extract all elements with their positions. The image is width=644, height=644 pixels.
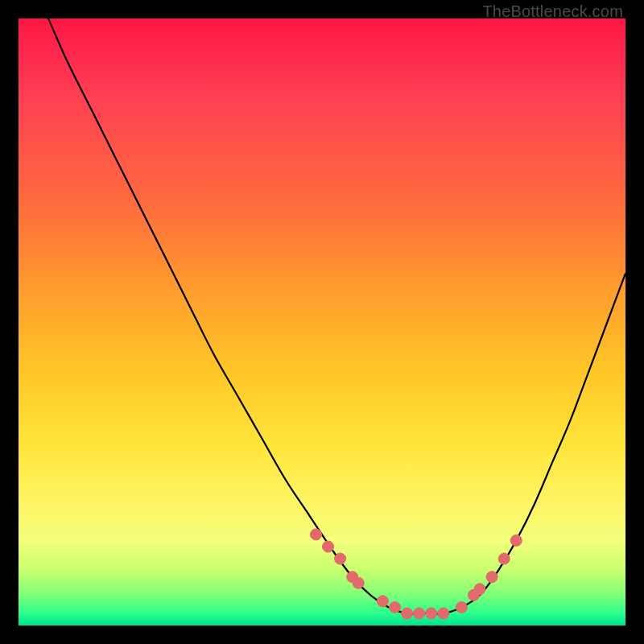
data-marker <box>498 553 510 564</box>
curve-layer <box>19 19 625 625</box>
data-marker <box>323 541 334 552</box>
marker-group <box>311 529 522 619</box>
data-marker <box>426 608 437 619</box>
data-marker <box>377 596 388 607</box>
data-marker <box>402 608 413 619</box>
plot-area <box>19 19 625 625</box>
data-marker <box>335 553 346 564</box>
data-marker <box>414 608 425 619</box>
data-marker <box>486 572 497 583</box>
chart-stage: TheBottleneck.com <box>0 0 644 644</box>
data-marker <box>311 529 322 540</box>
data-marker <box>510 535 522 546</box>
data-marker <box>456 601 467 613</box>
data-marker <box>438 608 449 619</box>
attribution-text: TheBottleneck.com <box>482 2 623 21</box>
data-marker <box>474 584 485 595</box>
data-marker <box>353 577 364 588</box>
bottleneck-curve <box>19 0 625 613</box>
data-marker <box>390 601 401 613</box>
